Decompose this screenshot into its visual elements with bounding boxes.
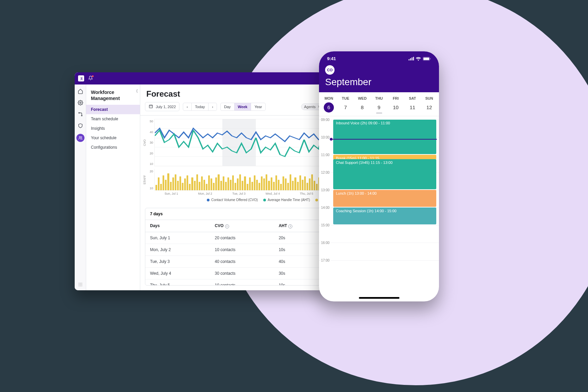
date-6[interactable]: 6 [324,102,334,113]
shield-icon[interactable] [77,122,84,129]
staff-bar [275,175,277,190]
next-period-button[interactable]: › [209,103,217,111]
staff-axis-label: STAFF [142,169,147,191]
forecast-charts: CVO 5040302010 STAFF 2010 Sun, Jul 1Mon,… [140,116,328,203]
staff-bar [206,184,207,190]
staff-bar [251,182,253,190]
staff-bar [218,174,219,190]
svg-rect-16 [410,58,411,60]
cvo-axis-label: CVO [142,119,147,166]
date-picker-row: 6789101112 [319,102,439,116]
date-8[interactable]: 8 [356,102,369,113]
range-day-button[interactable]: Day [220,103,235,111]
staff-bar [247,184,248,190]
phone-clock: 9:41 [327,56,336,61]
staff-bar [280,184,282,190]
staff-bar [232,175,234,190]
staff-bar [223,176,224,190]
range-year-button[interactable]: Year [251,103,266,111]
date-12[interactable]: 12 [423,102,436,113]
nav-item-forecast[interactable]: Forecast [86,105,140,114]
staff-bar [294,177,296,190]
summary-caption: 7 days [145,208,323,220]
staff-bar-chart: STAFF 2010 [142,169,323,191]
range-week-button[interactable]: Week [235,103,251,111]
today-button[interactable]: Today [192,103,209,111]
prev-period-button[interactable]: ‹ [183,103,192,111]
staff-bar [230,180,231,191]
chart-legend: Contact Volume Offered (CVO)Average Hand… [142,195,323,202]
workforce-icon[interactable] [76,134,84,142]
svg-point-11 [79,286,79,286]
staff-bar [244,176,246,190]
calendar-event[interactable]: Coaching Session (1h) 14:00 - 15:00 [333,207,436,224]
date-picker[interactable]: July 1, 2022 [145,102,179,111]
svg-point-6 [80,283,81,284]
nav-item-team-schedule[interactable]: Team schedule [86,114,140,124]
current-time-indicator [332,139,437,140]
svg-point-7 [81,283,82,284]
nav-item-insights[interactable]: Insights [86,124,140,133]
svg-point-4 [81,137,82,138]
staff-bar [292,181,294,190]
info-icon[interactable]: i [225,224,229,228]
staff-bar [316,184,318,190]
nav-item-your-schedule[interactable]: Your schedule [86,133,140,143]
phone-status-bar: 9:41 [325,54,433,65]
notifications-bell-icon[interactable] [88,76,93,81]
staff-bar [170,182,172,190]
staff-bar [177,181,179,190]
staff-bar [199,182,200,190]
staff-bar [215,177,217,190]
summary-table: DaysCVOiAHTi Sun, July 120 contacts20sMo… [145,220,323,286]
day-timeline[interactable]: 09:0010:0011:0012:0013:0014:0015:0016:00… [319,116,439,275]
staff-bar [297,182,299,190]
staff-bar [259,183,260,190]
flow-icon[interactable] [77,111,84,118]
forecast-desktop-app: :t Workforce Management ⟨ ForecastTeam s… [75,72,328,290]
calendar-event[interactable]: Chat Support (1h45) 11:15 - 13:00 [333,159,436,189]
hour-row: 17:00 [319,260,439,261]
legend-item: Average Handle Time (AHT) [263,198,310,202]
settings-gear-icon[interactable] [77,99,84,106]
col-aht: AHTi [274,220,323,232]
staff-bar [155,185,157,190]
svg-point-8 [79,284,79,285]
staff-bar [227,177,229,190]
staff-bar [225,182,227,190]
battery-icon [423,57,431,61]
date-7[interactable]: 7 [339,102,352,113]
agents-filter-label: Agents [304,105,316,109]
home-icon[interactable] [77,88,84,95]
user-avatar[interactable]: CO [325,65,335,75]
staff-bar [165,180,167,191]
main-content: Forecast July 1, 2022 ‹ Today › DayWeekY… [140,84,328,290]
svg-rect-14 [149,105,153,108]
hour-row: 16:00 [319,243,439,243]
staff-bar [304,176,306,190]
staff-bar [283,176,284,190]
staff-bar [268,181,270,190]
svg-point-13 [81,286,82,286]
collapse-panel-icon[interactable]: ⟨ [136,89,138,93]
info-icon[interactable]: i [288,224,292,228]
staff-bar [254,175,255,190]
staff-bar [285,178,287,190]
apps-grid-icon[interactable] [75,282,86,287]
date-10[interactable]: 10 [389,102,402,113]
calendar-event[interactable]: Lunch (1h) 13:00 - 14:00 [333,190,436,207]
phone-status-icons [409,57,431,61]
date-11[interactable]: 11 [406,102,419,113]
svg-point-5 [79,283,79,284]
staff-bar [278,180,279,191]
date-9[interactable]: 9 [373,102,386,113]
staff-bar [266,174,267,190]
staff-bar [158,177,160,190]
staff-bar [287,183,289,190]
nav-item-configurations[interactable]: Configurations [86,143,140,152]
calendar-event[interactable]: Break (15m) 11:00 - 11:15 [333,155,436,160]
staff-bar [299,175,301,190]
staff-bar [211,178,212,190]
staff-bar [235,183,236,190]
calendar-event[interactable]: Inbound Voice (2h) 09:00 - 11:00 [333,120,436,154]
